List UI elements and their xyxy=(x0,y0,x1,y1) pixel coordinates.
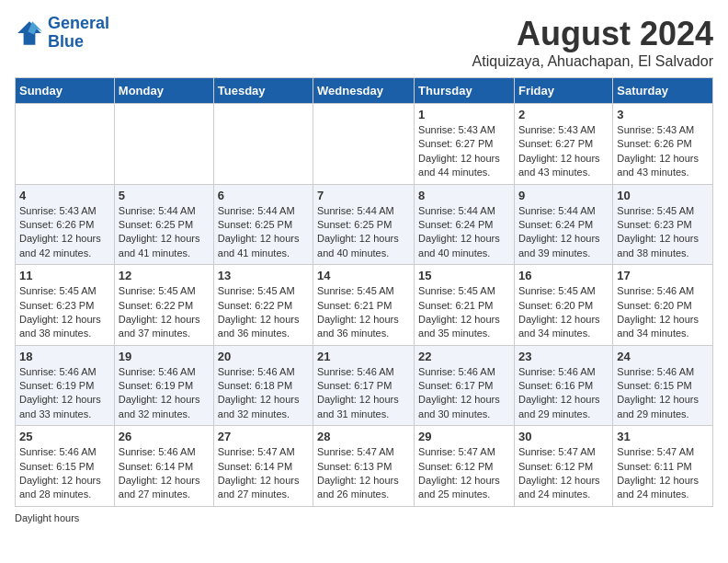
page-title: August 2024 xyxy=(472,15,713,53)
calendar-cell: 23Sunrise: 5:46 AMSunset: 6:16 PMDayligh… xyxy=(514,345,612,426)
cell-details: Sunrise: 5:43 AMSunset: 6:26 PMDaylight:… xyxy=(19,204,110,261)
day-number: 7 xyxy=(317,189,410,202)
calendar-day-header: Saturday xyxy=(613,78,713,104)
day-number: 22 xyxy=(418,350,510,363)
cell-details: Sunrise: 5:46 AMSunset: 6:19 PMDaylight:… xyxy=(19,365,110,422)
title-block: August 2024 Atiquizaya, Ahuachapan, El S… xyxy=(472,15,713,70)
calendar-cell: 25Sunrise: 5:46 AMSunset: 6:15 PMDayligh… xyxy=(16,426,115,507)
logo-text: General Blue xyxy=(48,15,109,52)
calendar-cell: 30Sunrise: 5:47 AMSunset: 6:12 PMDayligh… xyxy=(514,426,612,507)
calendar-cell: 4Sunrise: 5:43 AMSunset: 6:26 PMDaylight… xyxy=(16,184,115,265)
calendar-day-header: Friday xyxy=(514,78,612,104)
calendar-day-header: Monday xyxy=(114,78,213,104)
calendar-cell: 14Sunrise: 5:45 AMSunset: 6:21 PMDayligh… xyxy=(313,265,415,346)
day-number: 4 xyxy=(19,189,110,202)
cell-details: Sunrise: 5:44 AMSunset: 6:24 PMDaylight:… xyxy=(418,204,510,261)
calendar-cell: 21Sunrise: 5:46 AMSunset: 6:17 PMDayligh… xyxy=(313,345,415,426)
day-number: 19 xyxy=(119,350,210,363)
cell-details: Sunrise: 5:43 AMSunset: 6:26 PMDaylight:… xyxy=(617,123,709,180)
cell-details: Sunrise: 5:44 AMSunset: 6:25 PMDaylight:… xyxy=(317,204,410,261)
logo-line1: General xyxy=(48,14,109,32)
cell-details: Sunrise: 5:44 AMSunset: 6:24 PMDaylight:… xyxy=(518,204,609,261)
calendar-cell: 26Sunrise: 5:46 AMSunset: 6:14 PMDayligh… xyxy=(114,426,213,507)
day-number: 27 xyxy=(218,430,309,443)
day-number: 30 xyxy=(518,430,609,443)
calendar-cell: 31Sunrise: 5:47 AMSunset: 6:11 PMDayligh… xyxy=(613,426,713,507)
cell-details: Sunrise: 5:46 AMSunset: 6:19 PMDaylight:… xyxy=(119,365,210,422)
day-number: 16 xyxy=(518,269,609,282)
calendar-header-row: SundayMondayTuesdayWednesdayThursdayFrid… xyxy=(16,78,713,104)
calendar-day-header: Thursday xyxy=(415,78,515,104)
day-number: 5 xyxy=(119,189,210,202)
calendar-cell: 19Sunrise: 5:46 AMSunset: 6:19 PMDayligh… xyxy=(114,345,213,426)
cell-details: Sunrise: 5:47 AMSunset: 6:13 PMDaylight:… xyxy=(317,445,410,502)
calendar-cell: 10Sunrise: 5:45 AMSunset: 6:23 PMDayligh… xyxy=(613,184,713,265)
day-number: 11 xyxy=(19,269,110,282)
calendar-week-row: 18Sunrise: 5:46 AMSunset: 6:19 PMDayligh… xyxy=(16,345,713,426)
page-subtitle: Atiquizaya, Ahuachapan, El Salvador xyxy=(472,53,713,70)
day-number: 26 xyxy=(119,430,210,443)
logo-line2: Blue xyxy=(48,32,84,51)
calendar-cell: 3Sunrise: 5:43 AMSunset: 6:26 PMDaylight… xyxy=(613,104,713,185)
day-number: 1 xyxy=(418,108,510,121)
day-number: 29 xyxy=(418,430,510,443)
cell-details: Sunrise: 5:47 AMSunset: 6:12 PMDaylight:… xyxy=(418,445,510,502)
day-number: 15 xyxy=(418,269,510,282)
day-number: 21 xyxy=(317,350,410,363)
svg-marker-0 xyxy=(17,21,41,45)
cell-details: Sunrise: 5:47 AMSunset: 6:14 PMDaylight:… xyxy=(218,445,309,502)
calendar-cell: 5Sunrise: 5:44 AMSunset: 6:25 PMDaylight… xyxy=(114,184,213,265)
calendar-cell: 13Sunrise: 5:45 AMSunset: 6:22 PMDayligh… xyxy=(213,265,313,346)
cell-details: Sunrise: 5:46 AMSunset: 6:20 PMDaylight:… xyxy=(617,284,709,341)
calendar-cell: 1Sunrise: 5:43 AMSunset: 6:27 PMDaylight… xyxy=(415,104,515,185)
day-number: 23 xyxy=(518,350,609,363)
day-number: 6 xyxy=(218,189,309,202)
calendar-cell: 16Sunrise: 5:45 AMSunset: 6:20 PMDayligh… xyxy=(514,265,612,346)
calendar-cell: 29Sunrise: 5:47 AMSunset: 6:12 PMDayligh… xyxy=(415,426,515,507)
day-number: 2 xyxy=(518,108,609,121)
cell-details: Sunrise: 5:45 AMSunset: 6:22 PMDaylight:… xyxy=(119,284,210,341)
cell-details: Sunrise: 5:45 AMSunset: 6:20 PMDaylight:… xyxy=(518,284,609,341)
cell-details: Sunrise: 5:46 AMSunset: 6:15 PMDaylight:… xyxy=(617,365,709,422)
cell-details: Sunrise: 5:46 AMSunset: 6:16 PMDaylight:… xyxy=(518,365,609,422)
day-number: 31 xyxy=(617,430,709,443)
calendar-cell: 17Sunrise: 5:46 AMSunset: 6:20 PMDayligh… xyxy=(613,265,713,346)
calendar-cell: 11Sunrise: 5:45 AMSunset: 6:23 PMDayligh… xyxy=(16,265,115,346)
calendar-cell: 9Sunrise: 5:44 AMSunset: 6:24 PMDaylight… xyxy=(514,184,612,265)
cell-details: Sunrise: 5:47 AMSunset: 6:12 PMDaylight:… xyxy=(518,445,609,502)
cell-details: Sunrise: 5:47 AMSunset: 6:11 PMDaylight:… xyxy=(617,445,709,502)
page-header: General Blue August 2024 Atiquizaya, Ahu… xyxy=(15,15,713,70)
calendar-cell: 22Sunrise: 5:46 AMSunset: 6:17 PMDayligh… xyxy=(415,345,515,426)
logo-icon xyxy=(15,18,44,48)
cell-details: Sunrise: 5:45 AMSunset: 6:22 PMDaylight:… xyxy=(218,284,309,341)
day-number: 13 xyxy=(218,269,309,282)
calendar-cell: 8Sunrise: 5:44 AMSunset: 6:24 PMDaylight… xyxy=(415,184,515,265)
footer-text: Daylight hours xyxy=(15,512,79,523)
calendar-cell: 2Sunrise: 5:43 AMSunset: 6:27 PMDaylight… xyxy=(514,104,612,185)
calendar-cell: 18Sunrise: 5:46 AMSunset: 6:19 PMDayligh… xyxy=(16,345,115,426)
calendar-cell: 6Sunrise: 5:44 AMSunset: 6:25 PMDaylight… xyxy=(213,184,313,265)
cell-details: Sunrise: 5:46 AMSunset: 6:17 PMDaylight:… xyxy=(317,365,410,422)
calendar-week-row: 25Sunrise: 5:46 AMSunset: 6:15 PMDayligh… xyxy=(16,426,713,507)
cell-details: Sunrise: 5:43 AMSunset: 6:27 PMDaylight:… xyxy=(418,123,510,180)
day-number: 12 xyxy=(119,269,210,282)
calendar-cell xyxy=(313,104,415,185)
cell-details: Sunrise: 5:46 AMSunset: 6:18 PMDaylight:… xyxy=(218,365,309,422)
calendar-cell: 15Sunrise: 5:45 AMSunset: 6:21 PMDayligh… xyxy=(415,265,515,346)
cell-details: Sunrise: 5:43 AMSunset: 6:27 PMDaylight:… xyxy=(518,123,609,180)
logo: General Blue xyxy=(15,15,109,52)
cell-details: Sunrise: 5:45 AMSunset: 6:23 PMDaylight:… xyxy=(19,284,110,341)
footer-note: Daylight hours xyxy=(15,512,713,523)
calendar-week-row: 11Sunrise: 5:45 AMSunset: 6:23 PMDayligh… xyxy=(16,265,713,346)
day-number: 25 xyxy=(19,430,110,443)
calendar-cell xyxy=(114,104,213,185)
calendar-cell xyxy=(213,104,313,185)
day-number: 17 xyxy=(617,269,709,282)
day-number: 3 xyxy=(617,108,709,121)
cell-details: Sunrise: 5:45 AMSunset: 6:23 PMDaylight:… xyxy=(617,204,709,261)
calendar-cell: 28Sunrise: 5:47 AMSunset: 6:13 PMDayligh… xyxy=(313,426,415,507)
calendar-cell: 27Sunrise: 5:47 AMSunset: 6:14 PMDayligh… xyxy=(213,426,313,507)
calendar-week-row: 4Sunrise: 5:43 AMSunset: 6:26 PMDaylight… xyxy=(16,184,713,265)
calendar-cell xyxy=(16,104,115,185)
calendar-week-row: 1Sunrise: 5:43 AMSunset: 6:27 PMDaylight… xyxy=(16,104,713,185)
